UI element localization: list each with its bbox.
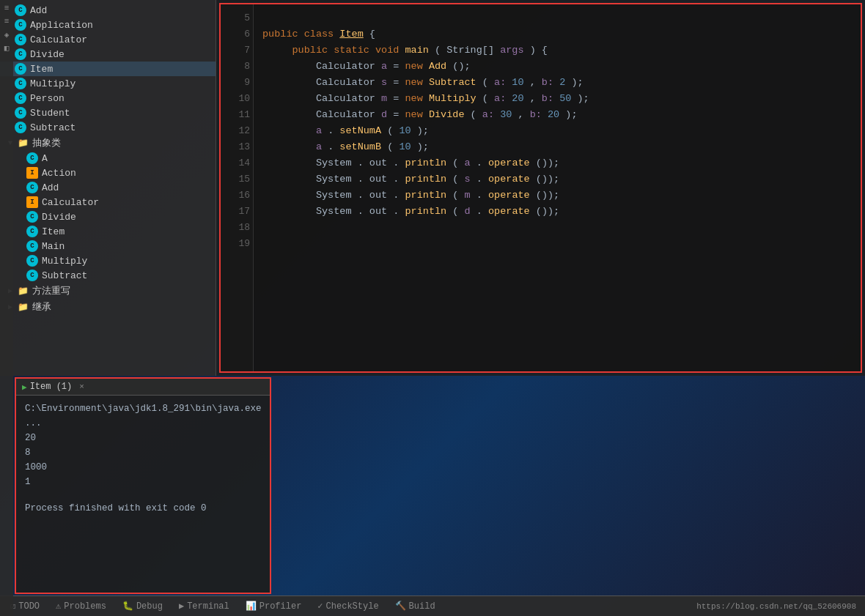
tab-terminal[interactable]: ▶ Terminal <box>172 598 237 615</box>
sidebar-item-person[interactable]: C Person <box>0 91 216 105</box>
code-text[interactable]: public class Item { public <box>254 4 861 371</box>
folder-icon: 📁 <box>17 301 29 313</box>
sidebar-label: 抽象类 <box>32 136 61 149</box>
line-num-17: 17 <box>224 204 250 220</box>
code-line-19 <box>262 236 852 252</box>
interface-icon: I <box>26 167 38 179</box>
class-icon: C <box>15 4 26 16</box>
line-num-12: 12 <box>224 123 250 139</box>
sidebar: C Add C Application C Calculator C Divid… <box>0 0 216 376</box>
line-num-14: 14 <box>224 155 250 171</box>
problems-icon: ⚠ <box>56 601 61 612</box>
run-icon: ▶ <box>22 382 27 392</box>
sidebar-folder-abstract[interactable]: ▼ 📁 抽象类 <box>0 135 216 151</box>
sidebar-item-student[interactable]: C Student <box>0 105 216 120</box>
terminal-content[interactable]: C:\Environment\java\jdk1.8_291\bin\java.… <box>16 396 270 593</box>
sidebar-item-calculator[interactable]: C Calculator <box>0 32 216 47</box>
sidebar-item-subtract[interactable]: C Subtract <box>0 120 216 135</box>
tab-problems-label: Problems <box>64 601 106 612</box>
sidebar-item-divide[interactable]: C Divide <box>0 47 216 62</box>
sidebar-label: Action <box>42 168 76 179</box>
sidebar-item-application[interactable]: C Application <box>0 18 216 32</box>
tab-build[interactable]: 🔨 Build <box>388 598 443 615</box>
toolbar-icon-3[interactable]: ◈ <box>1 29 12 40</box>
sidebar-item-item2[interactable]: C Item <box>0 224 216 239</box>
toolbar-icon-4[interactable]: ◧ <box>1 42 12 53</box>
sidebar-label: A <box>42 153 48 164</box>
sidebar-folder-inherit[interactable]: ▶ 📁 继承 <box>0 299 216 315</box>
sidebar-item-item[interactable]: C Item <box>0 62 216 76</box>
line-num-9: 9 <box>224 75 250 91</box>
tab-profiler-label: Profiler <box>260 601 302 612</box>
code-line-8: Calculator a = new Add (); <box>262 59 852 75</box>
tab-terminal-label: Terminal <box>187 601 229 612</box>
class-icon: C <box>15 63 26 75</box>
toolbar-icon-1[interactable]: ≡ <box>1 3 12 13</box>
sidebar-label: Item <box>42 226 65 237</box>
sidebar-label: Student <box>30 108 70 119</box>
sidebar-label: Divide <box>30 49 65 60</box>
line-num-5: 5 <box>224 10 250 26</box>
class-icon: C <box>15 122 26 133</box>
code-line-14: System . out . println ( a . operate ())… <box>262 155 852 171</box>
code-container: 5 ▶ 6 ▶ 7 8 9 10 11 12 <box>219 3 862 373</box>
tab-build-label: Build <box>409 601 435 612</box>
code-line-6: public class Item { <box>262 26 852 42</box>
tab-profiler[interactable]: 📊 Profiler <box>238 598 309 615</box>
tab-problems[interactable]: ⚠ Problems <box>48 598 114 615</box>
class-icon: C <box>15 78 26 89</box>
sidebar-folder-override[interactable]: ▶ 📁 方法重写 <box>0 283 216 299</box>
sidebar-item-add2[interactable]: C Add <box>0 180 216 195</box>
sidebar-label: 方法重写 <box>32 284 70 297</box>
tab-checkstyle[interactable]: ✓ CheckStyle <box>310 598 386 615</box>
sidebar-item-action[interactable]: I Action <box>0 166 216 180</box>
code-line-5 <box>262 10 852 26</box>
terminal-exit-line: Process finished with exit code 0 <box>25 501 261 516</box>
terminal-panel: ▶ Item (1) × C:\Environment\java\jdk1.8_… <box>15 377 271 594</box>
line-num-11: 11 <box>224 107 250 123</box>
sidebar-label: Calculator <box>42 197 99 208</box>
class-icon: C <box>26 152 38 164</box>
terminal-tab-name[interactable]: ▶ Item (1) × <box>22 382 84 392</box>
class-icon: C <box>26 226 38 237</box>
code-line-11: Calculator d = new Divide ( a: 30 , <box>262 107 852 123</box>
class-icon: C <box>15 48 26 60</box>
bottom-right-bg <box>274 376 865 595</box>
class-icon: C <box>26 270 38 281</box>
terminal-close-button[interactable]: × <box>79 382 84 391</box>
sidebar-item-multiply[interactable]: C Multiply <box>0 76 216 91</box>
terminal-output-2: 8 <box>25 445 261 460</box>
keyword-public: public <box>262 29 298 40</box>
left-toolbar: ≡ ≡ ◈ ◧ <box>0 0 13 616</box>
sidebar-label: Multiply <box>42 256 87 267</box>
code-line-15: System . out . println ( s . operate ())… <box>262 171 852 188</box>
code-editor: 5 ▶ 6 ▶ 7 8 9 10 11 12 <box>216 0 865 376</box>
sidebar-item-divide2[interactable]: C Divide <box>0 209 216 224</box>
sidebar-item-a[interactable]: C A <box>0 151 216 166</box>
sidebar-item-add[interactable]: C Add <box>0 3 216 18</box>
terminal-path: C:\Environment\java\jdk1.8_291\bin\java.… <box>25 401 261 431</box>
class-icon: C <box>26 240 38 252</box>
toolbar-icon-2[interactable]: ≡ <box>1 16 12 26</box>
line-num-13: 13 <box>224 139 250 155</box>
sidebar-item-calculator2[interactable]: I Calculator <box>0 195 216 209</box>
terminal-output-3: 1000 <box>25 460 261 475</box>
class-icon: C <box>15 107 26 119</box>
terminal-output-1: 20 <box>25 431 261 445</box>
status-url: https://blog.csdn.net/qq_52606908 <box>696 602 862 611</box>
class-icon: C <box>15 92 26 104</box>
sidebar-item-multiply2[interactable]: C Multiply <box>0 253 216 268</box>
sidebar-item-main[interactable]: C Main <box>0 239 216 253</box>
line-num-16: 16 <box>224 188 250 204</box>
tab-debug[interactable]: 🐛 Debug <box>115 598 170 615</box>
checkstyle-icon: ✓ <box>317 601 323 612</box>
sidebar-label: Calculator <box>30 34 87 45</box>
keyword-class: class <box>304 29 334 40</box>
terminal-tab-label: Item (1) <box>30 382 73 392</box>
code-line-16: System . out . println ( m . operate ())… <box>262 188 852 204</box>
folder-icon: 📁 <box>17 285 29 297</box>
sidebar-label: Application <box>30 20 93 31</box>
sidebar-item-subtract2[interactable]: C Subtract <box>0 268 216 283</box>
profiler-icon: 📊 <box>246 601 257 612</box>
class-icon: C <box>15 19 26 31</box>
